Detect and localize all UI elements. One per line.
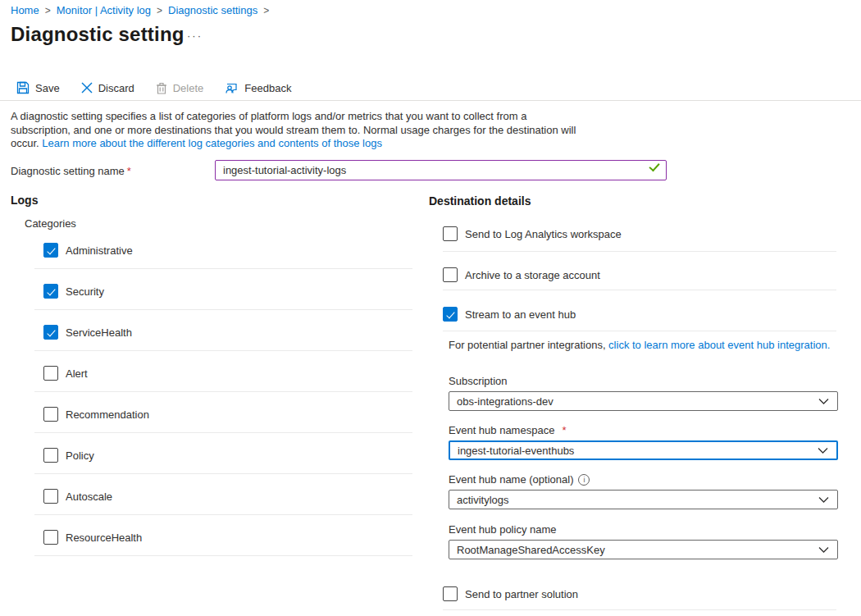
dropdown-value: RootManageSharedAccessKey <box>457 544 605 556</box>
chevron-down-icon <box>818 395 829 408</box>
event-hub-policy-dropdown[interactable]: RootManageSharedAccessKey <box>449 540 838 559</box>
feedback-button[interactable]: Feedback <box>225 81 291 94</box>
chevron-right-icon: > <box>263 5 269 16</box>
log-analytics-checkbox[interactable] <box>443 226 458 241</box>
category-label: Alert <box>66 367 88 380</box>
discard-x-icon <box>81 82 93 94</box>
breadcrumb-monitor-activity-log[interactable]: Monitor | Activity log <box>57 4 151 16</box>
alert-checkbox[interactable] <box>43 366 58 381</box>
event-hub-integration-link[interactable]: click to learn more about event hub inte… <box>608 339 830 351</box>
diagnostic-setting-name-label: Diagnostic setting name* <box>11 165 131 177</box>
destination-row: Send to partner solution <box>443 586 578 601</box>
category-row: Security <box>43 284 104 299</box>
info-icon[interactable]: i <box>578 474 590 486</box>
breadcrumb-diagnostic-settings[interactable]: Diagnostic settings <box>168 4 257 16</box>
divider <box>34 350 412 351</box>
resourcehealth-checkbox[interactable] <box>43 530 58 545</box>
category-label: Policy <box>66 449 94 462</box>
save-label: Save <box>35 82 60 94</box>
diagnostic-setting-name-input[interactable] <box>215 160 667 180</box>
event-hub-policy-name-label: Event hub policy name <box>449 523 557 536</box>
divider <box>34 555 412 556</box>
intro-text: A diagnostic setting specifies a list of… <box>11 110 586 151</box>
required-asterisk: * <box>127 165 131 177</box>
divider <box>34 391 412 392</box>
page-title: Diagnostic setting <box>11 23 184 46</box>
autoscale-checkbox[interactable] <box>43 489 58 504</box>
subscription-dropdown[interactable]: obs-integrations-dev <box>449 391 838 411</box>
partner-integration-note: For potential partner integrations, clic… <box>449 339 838 351</box>
categories-subheading: Categories <box>25 217 76 230</box>
delete-label: Delete <box>173 82 204 94</box>
category-label: Recommendation <box>66 408 149 421</box>
divider <box>34 514 412 515</box>
command-bar: Save Discard Delete <box>16 77 312 98</box>
destination-label: Send to Log Analytics workspace <box>465 228 622 240</box>
divider <box>34 473 412 474</box>
dropdown-value: obs-integrations-dev <box>457 395 554 408</box>
category-row: Recommendation <box>43 407 149 422</box>
breadcrumb: Home > Monitor | Activity log > Diagnost… <box>11 4 275 16</box>
divider <box>443 609 836 610</box>
field-label-text: Event hub policy name <box>449 523 557 536</box>
trash-icon <box>156 82 167 94</box>
chevron-down-icon <box>818 544 829 556</box>
administrative-checkbox[interactable] <box>43 243 58 258</box>
event-hub-namespace-label: Event hub namespace* <box>449 424 566 436</box>
chevron-down-icon <box>818 445 828 457</box>
logs-heading: Logs <box>11 194 38 207</box>
diagnostic-setting-page: Home > Monitor | Activity log > Diagnost… <box>0 0 861 616</box>
discard-label: Discard <box>98 82 134 94</box>
partner-note-text: For potential partner integrations, <box>449 339 608 351</box>
storage-account-checkbox[interactable] <box>443 267 458 282</box>
category-row: Alert <box>43 366 88 381</box>
category-label: Security <box>66 285 104 298</box>
chevron-down-icon <box>818 494 829 506</box>
feedback-label: Feedback <box>244 82 291 94</box>
destination-row: Archive to a storage account <box>443 267 600 282</box>
field-label-text: Event hub namespace <box>449 424 554 436</box>
save-icon <box>16 81 30 94</box>
dropdown-value: activitylogs <box>457 494 509 506</box>
recommendation-checkbox[interactable] <box>43 407 58 422</box>
divider <box>443 251 836 252</box>
servicehealth-checkbox[interactable] <box>43 325 58 340</box>
divider <box>0 100 861 101</box>
destination-details-heading: Destination details <box>429 194 531 208</box>
event-hub-namespace-dropdown[interactable]: ingest-tutorial-eventhubs <box>449 440 838 460</box>
save-button[interactable]: Save <box>16 81 60 94</box>
discard-button[interactable]: Discard <box>81 82 134 94</box>
category-label: Administrative <box>66 244 133 257</box>
category-label: ServiceHealth <box>66 326 132 339</box>
policy-checkbox[interactable] <box>43 448 58 463</box>
destination-row: Stream to an event hub <box>443 307 576 322</box>
category-row: Administrative <box>43 243 133 258</box>
dropdown-value: ingest-tutorial-eventhubs <box>458 445 574 457</box>
destination-label: Archive to a storage account <box>465 269 600 281</box>
divider <box>34 268 412 269</box>
partner-solution-checkbox[interactable] <box>443 586 458 601</box>
feedback-person-icon <box>225 81 239 94</box>
divider <box>443 331 836 331</box>
field-label-text: Subscription <box>449 375 508 387</box>
category-row: Autoscale <box>43 489 112 504</box>
category-label: Autoscale <box>66 491 112 503</box>
chevron-right-icon: > <box>157 5 162 16</box>
event-hub-name-label: Event hub name (optional) i <box>449 473 590 486</box>
divider <box>34 432 412 433</box>
category-row: Policy <box>43 448 94 463</box>
divider <box>443 290 836 290</box>
delete-button[interactable]: Delete <box>156 82 204 94</box>
security-checkbox[interactable] <box>43 284 58 299</box>
category-row: ServiceHealth <box>43 325 132 340</box>
title-context-menu-icon[interactable]: ··· <box>187 30 203 42</box>
subscription-label: Subscription <box>449 375 508 387</box>
event-hub-name-dropdown[interactable]: activitylogs <box>449 490 838 509</box>
name-label-text: Diagnostic setting name <box>11 165 125 177</box>
name-input-container <box>215 160 667 180</box>
event-hub-checkbox[interactable] <box>443 307 458 322</box>
category-label: ResourceHealth <box>66 532 142 544</box>
breadcrumb-home[interactable]: Home <box>11 4 39 16</box>
learn-more-link[interactable]: Learn more about the different log categ… <box>42 137 382 149</box>
destination-label: Send to partner solution <box>465 588 578 600</box>
